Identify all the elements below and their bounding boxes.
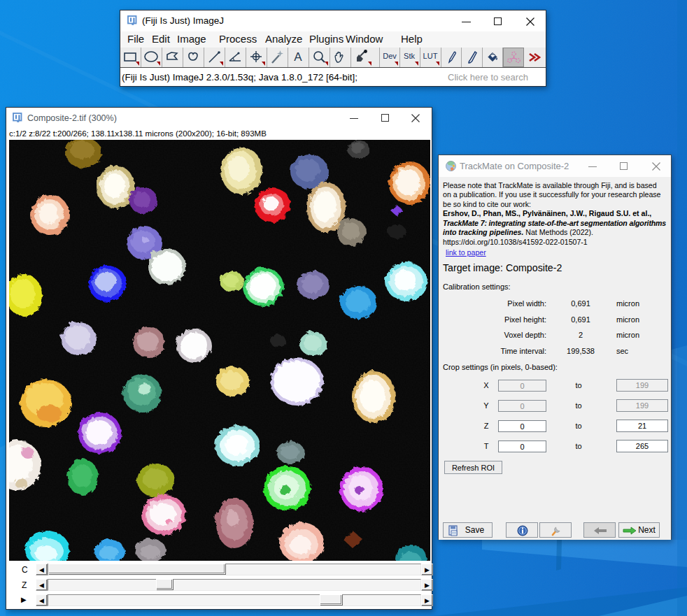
svg-text:Dev: Dev	[383, 52, 397, 60]
svg-text:A: A	[294, 50, 302, 64]
svg-text:Stk: Stk	[404, 52, 415, 60]
svg-text:LUT: LUT	[423, 52, 438, 60]
